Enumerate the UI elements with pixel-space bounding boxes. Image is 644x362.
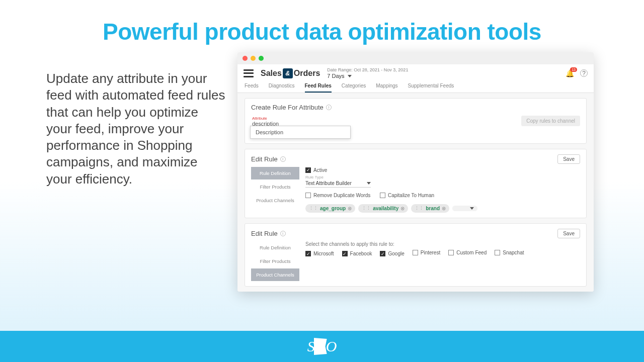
tab-diagnostics[interactable]: Diagnostics: [269, 83, 295, 93]
create-rule-title: Create Rule For Attribute: [251, 104, 324, 111]
attribute-dropdown-option[interactable]: Description: [250, 126, 351, 139]
add-chip-select[interactable]: [452, 206, 477, 211]
channel-microsoft[interactable]: ✓Microsoft: [305, 251, 334, 256]
brand-logo: Sales&Orders: [261, 68, 320, 78]
info-icon[interactable]: i: [326, 105, 332, 110]
channel-google[interactable]: ✓Google: [380, 251, 404, 256]
sidetab-filter-products[interactable]: Filter Products: [251, 180, 299, 193]
date-range-select[interactable]: 7 Days: [327, 73, 408, 79]
edit-rule-card-1: Edit Rulei Save Rule DefinitionFilter Pr…: [245, 149, 587, 218]
sidetab-product-channels[interactable]: Product Channels: [251, 194, 299, 207]
drag-icon[interactable]: ⋮⋮: [362, 206, 371, 211]
marketing-blurb: Update any attribute in your feed with a…: [46, 52, 237, 292]
attribute-chip[interactable]: ⋮⋮age_group⊗: [305, 204, 355, 213]
edit-rule-card-2: Edit Rulei Save Rule DefinitionFilter Pr…: [245, 223, 587, 287]
notifications-icon[interactable]: 🔔13: [566, 69, 574, 77]
info-icon[interactable]: i: [280, 156, 286, 162]
tab-supplemental-feeds[interactable]: Supplemental Feeds: [408, 83, 454, 93]
channel-pinterest[interactable]: Pinterest: [413, 250, 440, 255]
chevron-down-icon: [367, 182, 371, 185]
attribute-chip[interactable]: ⋮⋮availability⊗: [358, 204, 408, 213]
remove-chip-icon[interactable]: ⊗: [442, 206, 446, 211]
mac-titlebar: [237, 52, 594, 64]
tab-categories[interactable]: Categories: [342, 83, 366, 93]
date-range-label: Date Range: Oct 28, 2021 - Nov 3, 2021: [327, 67, 408, 72]
mac-max-icon[interactable]: [259, 56, 264, 61]
save-button[interactable]: Save: [557, 229, 580, 238]
sidetab-rule-definition[interactable]: Rule Definition: [251, 167, 299, 179]
tab-mappings[interactable]: Mappings: [376, 83, 397, 93]
drag-icon[interactable]: ⋮⋮: [309, 206, 318, 211]
hamburger-menu-icon[interactable]: [244, 69, 254, 77]
attribute-chip[interactable]: ⋮⋮brand⊗: [411, 204, 449, 213]
drag-icon[interactable]: ⋮⋮: [415, 206, 424, 211]
tab-feeds[interactable]: Feeds: [245, 83, 259, 93]
tab-feed-rules[interactable]: Feed Rules: [305, 83, 332, 93]
channel-facebook[interactable]: ✓Facebook: [342, 251, 372, 256]
active-checkbox[interactable]: ✓Active: [305, 167, 327, 173]
chevron-down-icon: [348, 75, 352, 77]
help-icon[interactable]: ?: [580, 69, 588, 77]
tab-bar: FeedsDiagnosticsFeed RulesCategoriesMapp…: [237, 79, 594, 93]
app-screenshot: Sales&Orders Date Range: Oct 28, 2021 - …: [237, 52, 594, 292]
channels-instruction: Select the channels to apply this rule t…: [305, 241, 580, 247]
channel-snapchat[interactable]: Snapchat: [495, 250, 524, 255]
rule-type-select[interactable]: Text Attribute Builder: [305, 179, 371, 188]
remove-dup-checkbox[interactable]: Remove Duplicate Words: [305, 193, 370, 198]
mac-min-icon[interactable]: [251, 56, 256, 61]
capitalize-checkbox[interactable]: Capitalize To Human: [380, 193, 434, 198]
footer-logo: SO: [0, 331, 644, 362]
remove-chip-icon[interactable]: ⊗: [348, 206, 352, 211]
info-icon[interactable]: i: [280, 231, 286, 236]
save-button[interactable]: Save: [557, 154, 580, 164]
sidetab-product-channels[interactable]: Product Channels: [251, 268, 299, 281]
copy-rules-button[interactable]: Copy rules to channel: [521, 116, 580, 126]
channel-custom-feed[interactable]: Custom Feed: [448, 250, 487, 255]
sidetab-filter-products[interactable]: Filter Products: [251, 255, 299, 267]
notif-badge: 13: [570, 67, 577, 72]
remove-chip-icon[interactable]: ⊗: [400, 206, 405, 211]
mac-close-icon[interactable]: [243, 56, 248, 61]
sidetab-rule-definition[interactable]: Rule Definition: [251, 241, 299, 254]
create-rule-card: Create Rule For Attributei Attribute des…: [245, 98, 587, 144]
hero-title: Powerful product data optimization tools: [0, 0, 644, 52]
